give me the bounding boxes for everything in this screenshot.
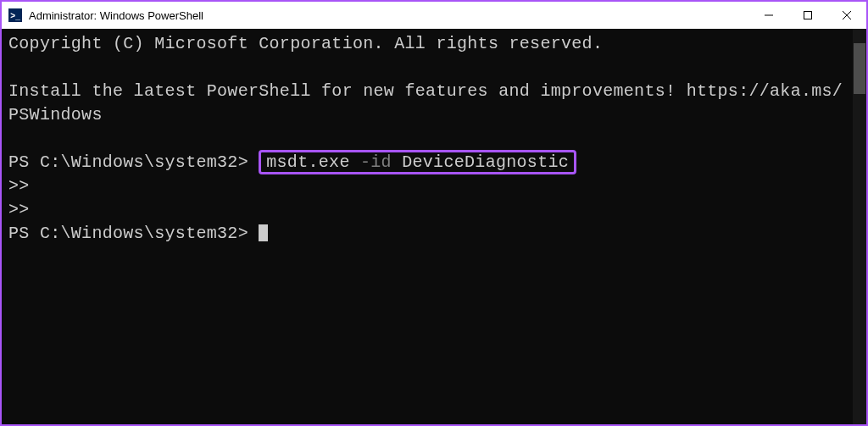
continuation-line-1: >> [8, 174, 846, 198]
continuation-line-2: >> [8, 198, 846, 222]
command-line-2: PS C:\Windows\system32> [8, 222, 846, 246]
powershell-icon: >_ [8, 8, 22, 22]
vertical-scrollbar[interactable] [853, 29, 866, 424]
command-flag: -id [360, 152, 392, 172]
close-button[interactable] [827, 2, 866, 29]
scrollbar-thumb[interactable] [854, 43, 865, 94]
window-title: Administrator: Windows PowerShell [29, 9, 749, 22]
powershell-window: >_ Administrator: Windows PowerShell Cop… [2, 2, 866, 424]
prompt-2: PS C:\Windows\system32> [8, 224, 248, 243]
terminal-area: Copyright (C) Microsoft Corporation. All… [2, 29, 866, 424]
install-message: Install the latest PowerShell for new fe… [8, 80, 846, 127]
highlighted-command: msdt.exe -id DeviceDiagnostic [259, 150, 576, 174]
command-argument: DeviceDiagnostic [402, 152, 569, 172]
command-line-1: PS C:\Windows\system32> msdt.exe -id Dev… [8, 151, 846, 174]
prompt-1: PS C:\Windows\system32> [8, 152, 248, 172]
copyright-line: Copyright (C) Microsoft Corporation. All… [8, 32, 846, 56]
cursor [259, 224, 268, 241]
command-executable: msdt.exe [266, 152, 349, 172]
titlebar[interactable]: >_ Administrator: Windows PowerShell [2, 2, 866, 29]
terminal-content[interactable]: Copyright (C) Microsoft Corporation. All… [2, 29, 853, 424]
minimize-button[interactable] [749, 2, 788, 29]
maximize-button[interactable] [788, 2, 827, 29]
window-controls [749, 2, 866, 29]
svg-rect-1 [804, 12, 812, 19]
